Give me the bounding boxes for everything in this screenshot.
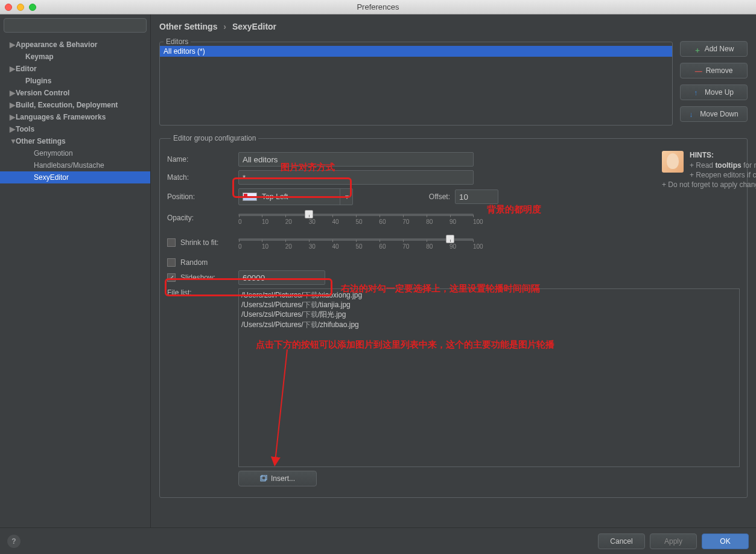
sidebar-item-handlebars-mustache[interactable]: Handlebars/Mustache [0,159,150,171]
tree-arrow-icon: ▶ [10,113,16,121]
move-up-button[interactable]: ↑ Move Up [680,84,748,100]
arrow-down-icon: ↓ [689,110,696,118]
main-area: ▶Appearance & BehaviorKeymap▶EditorPlugi… [0,14,756,527]
filelist-label: File list: [167,288,238,297]
random-label: Random [180,258,208,267]
tree-arrow-icon: ▶ [10,101,16,109]
content-panel: Other Settings › SexyEditor Editors All … [151,14,756,527]
config-legend: Editor group configuration [171,134,258,142]
window-title: Preferences [0,2,756,11]
editors-buttons: ＋ Add New — Remove ↑ Move Up ↓ Move Down [680,41,748,126]
slideshow-input[interactable] [238,270,325,285]
hints-avatar [662,151,684,173]
sidebar-item-other-settings[interactable]: ▼Other Settings [0,135,150,147]
tree-arrow-icon: ▶ [10,89,16,97]
file-list-row[interactable]: /Users/zsl/Pictures/下载/xiaoxiong.jpg [241,290,737,300]
editors-list-row[interactable]: All editors (*) [160,46,672,57]
editors-list[interactable]: All editors (*) [160,46,672,123]
sidebar-item-genymotion[interactable]: Genymotion [0,147,150,159]
sidebar-item-languages-frameworks[interactable]: ▶Languages & Frameworks [0,111,150,123]
slideshow-checkbox[interactable] [167,273,176,282]
sidebar-item-appearance-behavior[interactable]: ▶Appearance & Behavior [0,39,150,51]
tree-arrow-icon: ▶ [10,125,16,133]
file-list-row[interactable]: /Users/zsl/Pictures/下载/阳光.jpg [241,310,737,319]
file-list[interactable]: /Users/zsl/Pictures/下载/xiaoxiong.jpg/Use… [238,288,740,467]
breadcrumb-root[interactable]: Other Settings [159,22,217,31]
arrow-up-icon: ↑ [694,89,701,96]
editors-fieldset: Editors All editors (*) [159,37,673,126]
opacity-label: Opacity: [167,214,238,222]
slideshow-label: Slideshow: [180,273,215,282]
sidebar-item-plugins[interactable]: Plugins [0,75,150,87]
hints-panel: HINTS: + Read tooltips for more help. + … [662,151,756,190]
breadcrumb: Other Settings › SexyEditor [159,22,748,31]
svg-rect-4 [262,475,267,480]
search-input[interactable] [4,18,147,33]
apply-button[interactable]: Apply [650,533,697,549]
shrink-checkbox[interactable] [167,238,176,247]
name-label: Name: [167,155,238,164]
position-label: Position: [167,193,238,201]
remove-button[interactable]: — Remove [680,63,748,78]
add-new-button[interactable]: ＋ Add New [680,41,748,57]
file-list-row[interactable]: /Users/zsl/Pictures/下载/zhifubao.jpg [241,320,737,330]
offset-label: Offset: [414,193,450,201]
move-down-button[interactable]: ↓ Move Down [680,106,748,122]
minus-icon: — [695,67,702,74]
opacity-slider[interactable]: 0102030405060708090100 [238,209,474,225]
match-input[interactable] [238,170,474,185]
sidebar-item-keymap[interactable]: Keymap [0,51,150,63]
random-checkbox[interactable] [167,258,176,267]
shrink-slider[interactable]: 0102030405060708090100 [238,234,474,250]
tree-arrow-icon: ▶ [10,40,16,49]
sidebar: ▶Appearance & BehaviorKeymap▶EditorPlugi… [0,14,151,527]
sidebar-item-sexyeditor[interactable]: SexyEditor [0,171,150,183]
offset-input[interactable] [455,189,498,204]
shrink-label: Shrink to fit: [180,238,218,247]
chevron-down-icon: ▾ [340,189,349,205]
name-input[interactable] [238,152,474,167]
plus-icon: ＋ [694,45,701,53]
position-select[interactable]: Top-Left ▾ [238,188,353,205]
file-list-row[interactable]: /Users/zsl/Pictures/下载/tianjia.jpg [241,300,737,310]
config-fieldset: Editor group configuration HINTS: + Read… [159,134,748,498]
footer: ? Cancel Apply OK [0,527,756,554]
cancel-button[interactable]: Cancel [598,533,645,549]
sidebar-item-tools[interactable]: ▶Tools [0,123,150,135]
svg-rect-3 [261,476,265,481]
align-icon [243,193,257,201]
editors-legend: Editors [164,37,191,46]
ok-button[interactable]: OK [702,533,749,549]
breadcrumb-leaf: SexyEditor [232,22,276,31]
settings-tree: ▶Appearance & BehaviorKeymap▶EditorPlugi… [0,36,150,183]
tree-arrow-icon: ▶ [10,65,16,73]
titlebar: Preferences [0,0,756,14]
sidebar-item-editor[interactable]: ▶Editor [0,63,150,75]
svg-line-2 [275,349,287,462]
insert-button[interactable]: Insert... [238,471,317,486]
help-button[interactable]: ? [7,535,21,548]
insert-icon [260,475,267,482]
sidebar-item-version-control[interactable]: ▶Version Control [0,87,150,99]
annotation-insert: 点击下方的按钮可以添加图片到这里列表中来，这个的主要功能是图片轮播 [256,339,554,351]
match-label: Match: [167,173,238,182]
tree-arrow-icon: ▼ [10,137,16,145]
sidebar-item-build-execution-deployment[interactable]: ▶Build, Execution, Deployment [0,99,150,111]
